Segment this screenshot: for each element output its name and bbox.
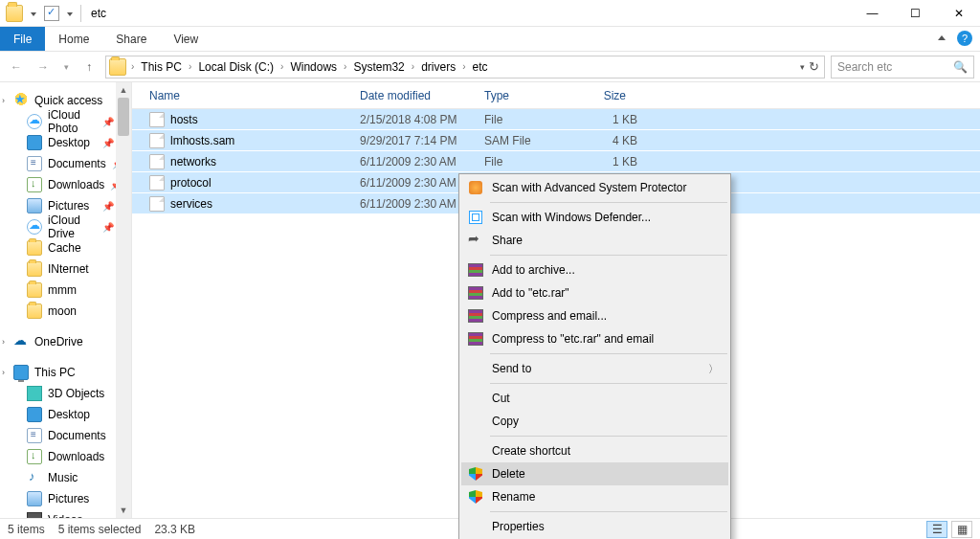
back-button[interactable]: ← [6, 56, 27, 78]
status-item-count: 5 items [8, 523, 45, 536]
star-icon [13, 93, 29, 108]
folder-icon [27, 282, 42, 298]
home-tab[interactable]: Home [45, 27, 102, 51]
menu-item[interactable]: Share [461, 229, 728, 252]
crumb-sep-icon[interactable]: › [279, 61, 284, 72]
share-tab[interactable]: Share [102, 27, 160, 51]
breadcrumb[interactable]: Local Disk (C:) [194, 58, 278, 76]
sidebar-item[interactable]: Documents📌 [0, 153, 131, 174]
menu-item[interactable]: Scan with Advanced System Protector [461, 176, 728, 199]
sidebar-item[interactable]: moon [0, 301, 131, 322]
expand-ribbon-icon[interactable] [938, 34, 947, 43]
chevron-right-icon[interactable]: › [2, 96, 5, 105]
menu-item[interactable]: Rename [461, 485, 728, 508]
sidebar-item-label: 3D Objects [48, 387, 104, 400]
file-name: hosts [170, 113, 198, 126]
menu-item[interactable]: Add to archive... [461, 258, 728, 281]
menu-item-label: Compress and email... [492, 309, 607, 323]
sidebar-item[interactable]: Desktop📌 [0, 132, 131, 153]
crumb-sep-icon[interactable]: › [130, 61, 135, 72]
crumb-sep-icon[interactable]: › [461, 61, 466, 72]
sidebar-item-label: moon [48, 304, 77, 318]
column-size[interactable]: Size [580, 82, 637, 108]
scroll-up-icon[interactable]: ▲ [116, 82, 131, 98]
breadcrumb[interactable]: This PC [137, 58, 186, 76]
menu-item-label: Scan with Advanced System Protector [492, 181, 686, 194]
defender-icon [467, 209, 484, 226]
file-icon [149, 196, 165, 212]
details-view-button[interactable]: ☰ [926, 521, 947, 538]
crumb-sep-icon[interactable]: › [411, 61, 415, 72]
scrollbar-thumb[interactable] [118, 98, 129, 136]
menu-item[interactable]: Delete [461, 462, 728, 485]
sidebar-item[interactable]: 3D Objects [0, 383, 131, 404]
menu-separator [490, 383, 727, 384]
sidebar-this-pc[interactable]: › This PC [0, 362, 131, 383]
scroll-down-icon[interactable]: ▼ [116, 503, 131, 518]
menu-item[interactable]: Compress and email... [461, 304, 728, 327]
menu-item[interactable]: Compress to "etc.rar" and email [461, 327, 728, 350]
menu-item[interactable]: Add to "etc.rar" [461, 281, 728, 304]
up-button[interactable]: ↑ [78, 56, 100, 78]
address-bar[interactable]: › This PC › Local Disk (C:) › Windows › … [105, 56, 825, 79]
sidebar-item[interactable]: Videos [0, 509, 131, 518]
address-dropdown-icon[interactable]: ▾ [800, 62, 805, 72]
qat-dropdown-2[interactable] [65, 9, 75, 18]
column-type[interactable]: Type [484, 82, 580, 108]
menu-item[interactable]: Scan with Windows Defender... [461, 206, 728, 229]
crumb-sep-icon[interactable]: › [188, 61, 192, 72]
menu-item-label: Cut [492, 392, 510, 405]
menu-item[interactable]: Cut [461, 387, 728, 410]
file-row[interactable]: hosts2/15/2018 4:08 PMFile1 KB [132, 109, 980, 130]
thumbnails-view-button[interactable]: ▦ [951, 521, 972, 538]
view-tab[interactable]: View [160, 27, 212, 51]
help-icon[interactable]: ? [957, 31, 972, 46]
crumb-sep-icon[interactable]: › [343, 61, 347, 72]
sidebar-item[interactable]: Downloads📌 [0, 174, 131, 195]
recent-dropdown[interactable]: ▾ [59, 56, 73, 78]
sidebar-onedrive[interactable]: › OneDrive [0, 331, 131, 352]
sidebar-item[interactable]: Pictures [0, 488, 131, 509]
sidebar-item[interactable]: iCloud Photo📌 [0, 111, 131, 132]
menu-item[interactable]: Create shortcut [461, 439, 728, 462]
column-headers: Name Date modified Type Size [132, 82, 980, 109]
sidebar-item-label: Desktop [48, 136, 90, 149]
sidebar-item[interactable]: Documents [0, 425, 131, 446]
chevron-right-icon[interactable]: › [2, 368, 5, 377]
breadcrumb[interactable]: Windows [286, 58, 341, 76]
column-name[interactable]: Name [149, 82, 360, 108]
sidebar-scrollbar[interactable]: ▲ ▼ [116, 82, 131, 518]
pin-icon: 📌 [102, 117, 114, 127]
breadcrumb[interactable]: System32 [349, 58, 408, 76]
sidebar-item[interactable]: Cache [0, 237, 131, 258]
app-icon[interactable] [6, 5, 23, 22]
menu-item[interactable]: Properties [461, 515, 728, 538]
file-row[interactable]: lmhosts.sam9/29/2017 7:14 PMSAM File4 KB [132, 130, 980, 151]
minimize-button[interactable]: — [851, 0, 894, 27]
close-button[interactable]: ✕ [937, 0, 980, 27]
refresh-icon[interactable]: ↻ [809, 59, 819, 74]
menu-item[interactable]: Copy [461, 410, 728, 433]
sidebar-item[interactable]: Music [0, 467, 131, 488]
chevron-right-icon[interactable]: › [2, 337, 5, 347]
qat-dropdown-1[interactable] [29, 9, 38, 18]
properties-qat-icon[interactable] [44, 6, 59, 21]
file-row[interactable]: networks6/11/2009 2:30 AMFile1 KB [132, 151, 980, 172]
menu-item[interactable]: Send to〉 [461, 357, 728, 380]
desktop-icon [27, 135, 42, 150]
maximize-button[interactable]: ☐ [894, 0, 937, 27]
file-tab[interactable]: File [0, 27, 45, 51]
file-size: 1 KB [580, 113, 637, 126]
column-date[interactable]: Date modified [360, 82, 484, 108]
sidebar-item-label: iCloud Photo [48, 108, 97, 135]
sidebar-item[interactable]: INternet [0, 258, 131, 280]
sidebar-item[interactable]: Desktop [0, 404, 131, 425]
sidebar-item[interactable]: mmm [0, 280, 131, 301]
sidebar-item[interactable]: iCloud Drive📌 [0, 216, 131, 237]
menu-item-label: Add to "etc.rar" [492, 286, 569, 300]
sidebar-item[interactable]: Downloads [0, 446, 131, 467]
search-input[interactable]: Search etc 🔍 [831, 56, 974, 79]
breadcrumb[interactable]: etc [469, 58, 492, 76]
breadcrumb[interactable]: drivers [417, 58, 459, 76]
forward-button[interactable]: → [33, 56, 54, 78]
